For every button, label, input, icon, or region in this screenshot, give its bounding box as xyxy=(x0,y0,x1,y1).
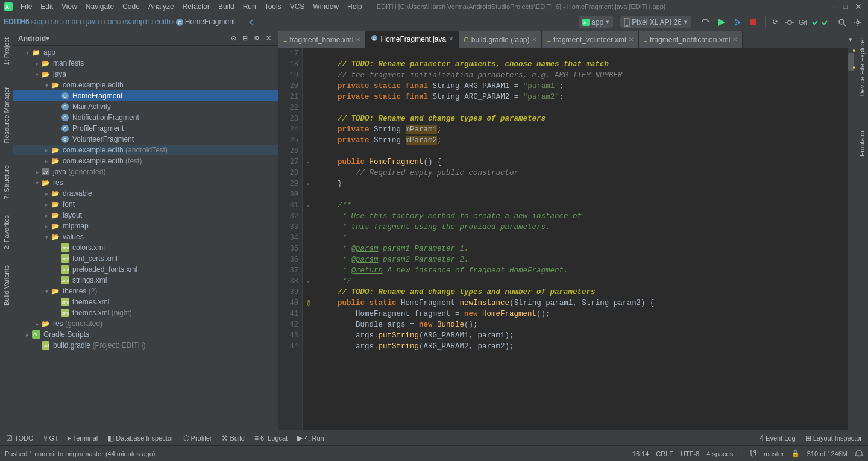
sidebar-item-build-variants[interactable]: Build Variants xyxy=(2,262,11,309)
terminal-button[interactable]: ▸ Terminal xyxy=(64,433,102,444)
menu-vcs[interactable]: VCS xyxy=(286,1,309,12)
sidebar-item-structure[interactable]: 7: Structure xyxy=(2,162,11,203)
status-line-col[interactable]: 16:14 xyxy=(632,450,649,457)
git-update-button[interactable]: ⟳ xyxy=(770,17,781,27)
git-commit-button[interactable] xyxy=(783,17,796,28)
menu-navigate[interactable]: Navigate xyxy=(82,1,118,12)
menu-help[interactable]: Help xyxy=(344,1,366,12)
tab-fragment-notification-xml[interactable]: ≡ fragment_notification.xml ✕ xyxy=(639,31,743,48)
menu-code[interactable]: Code xyxy=(119,1,143,12)
logcat-button[interactable]: ≡ 6: Logcat xyxy=(251,433,291,444)
tree-item-java-generated[interactable]: ▸ Jv java (generated) xyxy=(13,166,278,177)
status-indent[interactable]: 4 spaces xyxy=(706,450,733,457)
profiler-button[interactable]: ⬡ Profiler xyxy=(180,433,216,444)
tab-close-fragment-volunteer[interactable]: ✕ xyxy=(629,36,634,43)
breadcrumb-edith[interactable]: edith xyxy=(155,17,171,26)
code-lines[interactable]: // TODO: Rename parameter arguments, cho… xyxy=(315,48,848,430)
device-dropdown[interactable]: Pixel XL API 26 ▾ xyxy=(620,16,691,28)
breadcrumb-class[interactable]: HomeFragment xyxy=(185,17,235,26)
tree-item-themes-night-xml[interactable]: ▸ xml themes.xml (night) xyxy=(13,307,278,318)
tree-item-com-example-edith[interactable]: ▾ 📂 com.example.edith xyxy=(13,80,278,90)
tree-item-app[interactable]: ▾ 📁 app xyxy=(13,47,278,58)
tree-item-test[interactable]: ▸ 📂 com.example.edith (test) xyxy=(13,155,278,166)
run-tool-button[interactable]: ▶ 4: Run xyxy=(294,433,327,444)
run-button[interactable] xyxy=(714,17,729,28)
tree-item-main-activity[interactable]: ▸ C MainActivity xyxy=(13,101,278,112)
tab-fragment-volunteer-xml[interactable]: ≡ fragment_volinteer.xml ✕ xyxy=(542,31,638,48)
tree-item-font[interactable]: ▸ 📂 font xyxy=(13,199,278,210)
tree-item-res-generated[interactable]: ▸ 📂 res (generated) xyxy=(13,318,278,329)
vertical-scrollbar[interactable] xyxy=(848,48,855,430)
tree-item-volunteer-fragment[interactable]: ▸ C VolunteerFragment xyxy=(13,134,278,145)
locate-file-button[interactable]: ⊙ xyxy=(229,34,238,43)
app-config-dropdown[interactable]: A app ▾ xyxy=(579,16,613,28)
breadcrumb-example[interactable]: example xyxy=(122,17,149,26)
tree-item-notification-fragment[interactable]: ▸ C NotificationFragment xyxy=(13,112,278,123)
menu-view[interactable]: View xyxy=(58,1,81,12)
settings-button[interactable] xyxy=(851,17,864,28)
tree-item-manifests[interactable]: ▸ 📂 manifests xyxy=(13,58,278,69)
tree-item-gradle-scripts[interactable]: ▸ G Gradle Scripts xyxy=(13,329,278,340)
status-encoding[interactable]: CRLF xyxy=(656,450,673,457)
collapse-all-button[interactable]: ⊟ xyxy=(241,34,250,43)
menu-refactor[interactable]: Refactor xyxy=(179,1,213,12)
tab-home-fragment-java[interactable]: C HomeFragment.java ✕ xyxy=(366,31,459,48)
breadcrumb-app[interactable]: app xyxy=(34,17,46,26)
tab-close-home-fragment[interactable]: ✕ xyxy=(448,36,453,42)
sidebar-item-emulator[interactable]: Emulator xyxy=(857,127,867,160)
tree-item-values[interactable]: ▾ 📂 values xyxy=(13,231,278,242)
breadcrumb-java[interactable]: java xyxy=(86,17,99,26)
database-inspector-button[interactable]: ◧ Database Inspector xyxy=(104,433,177,444)
notifications-icon[interactable] xyxy=(855,450,863,458)
tab-overflow-button[interactable]: ▾ xyxy=(846,34,855,45)
tree-item-android-test[interactable]: ▸ 📂 com.example.edith (androidTest) xyxy=(13,145,278,155)
tree-item-profile-fragment[interactable]: ▸ C ProfileFragment xyxy=(13,123,278,134)
menu-file[interactable]: File xyxy=(17,1,36,12)
panel-settings-button[interactable]: ⚙ xyxy=(252,34,262,43)
menu-run[interactable]: Run xyxy=(239,1,260,12)
tree-item-res[interactable]: ▾ 📂 res xyxy=(13,177,278,188)
menu-window[interactable]: Window xyxy=(309,1,342,12)
menu-build[interactable]: Build xyxy=(215,1,238,12)
breadcrumb-src[interactable]: src xyxy=(51,17,61,26)
sync-button[interactable] xyxy=(699,17,712,28)
status-charset[interactable]: UTF-8 xyxy=(681,450,699,457)
breadcrumb-com[interactable]: com xyxy=(104,17,118,26)
tree-item-themes-xml[interactable]: ▸ xml themes.xml xyxy=(13,296,278,307)
tab-build-gradle-app[interactable]: G build.gradle (:app) ✕ xyxy=(459,31,542,48)
tree-item-font-certs-xml[interactable]: ▸ xml font_certs.xml xyxy=(13,253,278,264)
code-content[interactable]: 1718192021222324252627282930313233343536… xyxy=(278,48,855,430)
event-log-button[interactable]: 4 Event Log xyxy=(756,433,799,444)
tree-item-themes[interactable]: ▾ 📂 themes (2) xyxy=(13,286,278,296)
tree-item-strings-xml[interactable]: ▸ xml strings.xml xyxy=(13,275,278,286)
build-button[interactable]: ⚒ Build xyxy=(218,433,248,444)
tree-item-java[interactable]: ▾ 📂 java xyxy=(13,69,278,80)
sidebar-item-favorites[interactable]: 2: Favorites xyxy=(2,212,11,253)
todo-button[interactable]: ☑ TODO xyxy=(2,433,37,444)
tree-item-mipmap[interactable]: ▸ 📂 mipmap xyxy=(13,221,278,231)
git-button[interactable]: ⑂ Git xyxy=(40,433,61,444)
tree-item-home-fragment[interactable]: ▸ C HomeFragment xyxy=(13,90,278,101)
sidebar-item-device-file-explorer[interactable]: Device File Explorer xyxy=(857,34,867,100)
search-everywhere-button[interactable] xyxy=(835,17,849,28)
sidebar-item-resource-manager[interactable]: Resource Manager xyxy=(2,83,11,147)
tab-fragment-home-xml[interactable]: ≡ fragment_home.xml ✕ xyxy=(278,31,366,48)
tab-close-fragment-notification[interactable]: ✕ xyxy=(732,36,737,43)
tree-item-preloaded-fonts-xml[interactable]: ▸ xml preloaded_fonts.xml xyxy=(13,264,278,275)
minimize-button[interactable]: ─ xyxy=(828,1,838,13)
tree-item-build-gradle-project[interactable]: ▸ grd build.gradle (Project: EDITH) xyxy=(13,340,278,351)
panel-close-button[interactable]: ✕ xyxy=(264,34,273,43)
status-branch[interactable]: master xyxy=(764,450,784,457)
tree-item-colors-xml[interactable]: ▸ xml colors.xml xyxy=(13,242,278,253)
maximize-button[interactable]: □ xyxy=(841,1,850,13)
close-button[interactable]: ✕ xyxy=(852,1,864,13)
debug-button[interactable] xyxy=(731,17,744,28)
menu-tools[interactable]: Tools xyxy=(261,1,285,12)
breadcrumb-main[interactable]: main xyxy=(66,17,81,26)
layout-inspector-button[interactable]: ⊞ Layout Inspector xyxy=(802,433,866,444)
tab-close-build-gradle[interactable]: ✕ xyxy=(532,36,536,43)
sidebar-item-project[interactable]: 1: Project xyxy=(2,34,11,69)
tree-item-layout[interactable]: ▸ 📂 layout xyxy=(13,210,278,221)
menu-edit[interactable]: Edit xyxy=(37,1,57,12)
tree-item-drawable[interactable]: ▸ 📂 drawable xyxy=(13,188,278,199)
